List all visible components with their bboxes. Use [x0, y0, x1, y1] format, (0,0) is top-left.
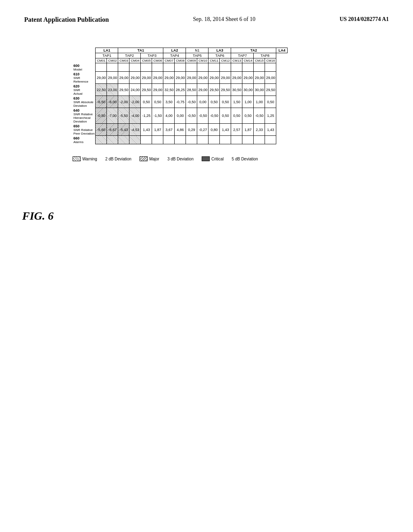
- cell-620-cm05: 29,50: [141, 84, 152, 96]
- header-left: Patent Application Publication: [24, 16, 109, 23]
- deviation-label-5db: 5 dB Deviation: [232, 157, 258, 161]
- cell-600-cm03: [118, 63, 129, 72]
- cell-620-cm13: 30,50: [231, 84, 242, 96]
- cm09-header: CM09: [186, 58, 197, 63]
- cell-620-cm12: 29,50: [220, 84, 231, 96]
- table-row: 640 SNR Relative Hierarchical Deviation …: [73, 108, 288, 124]
- cell-650-cm03: -5,43: [118, 124, 129, 136]
- cell-600-cm14: [242, 63, 254, 72]
- cell-650-cm09: 0,29: [186, 124, 197, 136]
- table-row: 650 SNR Relative Peer Deviation -5,60 -6…: [73, 124, 288, 136]
- la4-header: LA4: [276, 48, 288, 53]
- cm07-header: CM07: [163, 58, 175, 63]
- cell-630-cm02: -6,00: [107, 96, 118, 108]
- cell-620-cm16: 29,50: [265, 84, 276, 96]
- cell-650-cm07: 3,67: [163, 124, 175, 136]
- publication-title: Patent Application Publication: [24, 16, 109, 23]
- cell-650-cm02: -6,67: [107, 124, 118, 136]
- la3-header: LA3: [209, 48, 231, 53]
- cell-600-cm02: [107, 63, 118, 72]
- cell-640-cm06: -1,50: [152, 108, 163, 124]
- ta1-header: TA1: [118, 48, 163, 53]
- cell-630-cm11: 0,50: [209, 96, 220, 108]
- table-row: 600 Model: [73, 63, 288, 72]
- tap2-header: TAP2: [118, 53, 141, 58]
- row-label-600: 600 Model: [73, 63, 96, 72]
- data-table: LA1 TA1 LA2 N1 LA3 TA2 LA4 TAP1 TAP2 TAP…: [73, 48, 288, 144]
- row-label-640: 640 SNR Relative Hierarchical Deviation: [73, 108, 96, 124]
- cell-630-cm06: 0,50: [152, 96, 163, 108]
- cell-640-cm07: 4,00: [163, 108, 175, 124]
- cell-660-cm01: [96, 136, 107, 144]
- cell-660-cm15: [254, 136, 265, 144]
- cell-650-cm16: 1,43: [265, 124, 276, 136]
- major-label: Major: [149, 157, 159, 161]
- header-right: US 2014/0282774 A1: [340, 16, 389, 23]
- cell-630-cm05: 0,50: [141, 96, 152, 108]
- cm11-header: CM11: [209, 58, 220, 63]
- tap-corner: [73, 53, 96, 58]
- cm16-header: CM16: [265, 58, 276, 63]
- cell-660-cm13: [231, 136, 242, 144]
- cell-620-cm15: 30,00: [254, 84, 265, 96]
- deviation-label-3db: 3 dB Deviation: [167, 157, 194, 161]
- cell-600-cm07: [163, 63, 175, 72]
- fig-label: FIG. 6: [22, 210, 54, 222]
- tap4-header: TAP4: [163, 53, 186, 58]
- cell-630-cm09: -0,50: [186, 96, 197, 108]
- cell-660-cm04: [129, 136, 141, 144]
- critical-icon: [202, 156, 210, 161]
- cm08-header: CM08: [175, 58, 186, 63]
- cell-610-cm08: 29,00: [175, 72, 186, 84]
- cell-640-cm02: -7,00: [107, 108, 118, 124]
- row-label-610: 610 SNR Reference: [73, 72, 96, 84]
- cell-610-cm10: 29,00: [197, 72, 209, 84]
- table-row: 630 SNR Absolute Deviation -6,50 -6,00 -…: [73, 96, 288, 108]
- cell-660-cm16: [265, 136, 276, 144]
- table-row: 660 Alarms: [73, 136, 288, 144]
- cell-650-cm14: 1,87: [242, 124, 254, 136]
- cell-650-cm12: 1,43: [220, 124, 231, 136]
- cell-610-cm02: 29,00: [107, 72, 118, 84]
- cell-650-cm01: -5,60: [96, 124, 107, 136]
- cell-610-cm03: 29,00: [118, 72, 129, 84]
- cm12-header: CM12: [220, 58, 231, 63]
- cell-600-cm16: [265, 63, 276, 72]
- cell-650-cm10: -0,27: [197, 124, 209, 136]
- cell-660-cm11: [209, 136, 220, 144]
- tap1-header: TAP1: [96, 53, 118, 58]
- cell-630-cm15: 1,00: [254, 96, 265, 108]
- cell-620-cm07: 32,50: [163, 84, 175, 96]
- cm01-header: CM01: [96, 58, 107, 63]
- cell-640-cm11: -0,50: [209, 108, 220, 124]
- cell-600-cm12: [220, 63, 231, 72]
- legend-area: Warning 2 dB Deviation Major 3 dB Deviat…: [73, 156, 389, 161]
- cell-620-cm06: 29,00: [152, 84, 163, 96]
- cell-640-cm03: -5,50: [118, 108, 129, 124]
- header-center: Sep. 18, 2014 Sheet 6 of 10: [193, 16, 255, 23]
- cell-600-cm09: [186, 63, 197, 72]
- n1-header: N1: [186, 48, 209, 53]
- cell-650-cm04: -4,53: [129, 124, 141, 136]
- cm05-header: CM05: [141, 58, 152, 63]
- cell-620-cm02: 23,00: [107, 84, 118, 96]
- cell-640-cm15: -0,50: [254, 108, 265, 124]
- legend-critical: Critical: [202, 156, 224, 161]
- cell-610-cm01: 29,00: [96, 72, 107, 84]
- legend-major: Major: [140, 156, 159, 161]
- sheet-info: Sep. 18, 2014 Sheet 6 of 10: [193, 16, 255, 22]
- cell-650-cm06: 1,87: [152, 124, 163, 136]
- cell-630-cm03: -2,00: [118, 96, 129, 108]
- cell-620-cm10: 29,00: [197, 84, 209, 96]
- cell-610-cm04: 29,00: [129, 72, 141, 84]
- la2-header: LA2: [163, 48, 186, 53]
- tap3-header: TAP3: [141, 53, 163, 58]
- cm14-header: CM14: [242, 58, 254, 63]
- tap6-header: TAP6: [209, 53, 231, 58]
- cell-640-cm13: 0,50: [231, 108, 242, 124]
- cell-640-cm04: -4,00: [129, 108, 141, 124]
- cm06-header: CM06: [152, 58, 163, 63]
- cell-620-cm08: 28,25: [175, 84, 186, 96]
- legend-warning: Warning: [73, 156, 97, 161]
- cell-610-cm15: 29,00: [254, 72, 265, 84]
